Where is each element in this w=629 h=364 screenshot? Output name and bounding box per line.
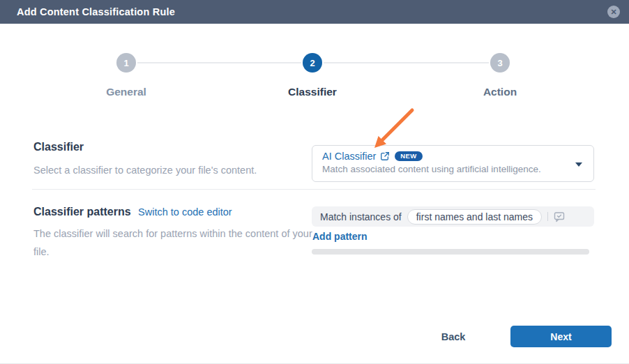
selected-classifier-name: AI Classifier: [322, 151, 376, 162]
modal-title: Add Content Classification Rule: [17, 6, 175, 17]
patterns-section-title: Classifier patterns: [33, 206, 131, 218]
classifier-section-info: Classifier Select a classifier to catego…: [33, 141, 307, 179]
section-divider: [32, 189, 596, 190]
step-circle-general[interactable]: 1: [116, 53, 136, 73]
comment-check-button[interactable]: [554, 211, 565, 222]
comment-check-icon: [554, 211, 565, 222]
step-number: 2: [310, 58, 314, 68]
pattern-value-pill[interactable]: first names and last names: [407, 209, 542, 225]
classifier-dropdown[interactable]: AI Classifier NEW Match associated conte…: [312, 145, 594, 182]
step-circle-action[interactable]: 3: [490, 53, 510, 73]
pattern-divider: [547, 212, 548, 221]
caret-down-icon: [575, 162, 582, 167]
back-button[interactable]: Back: [431, 330, 476, 344]
pattern-row: Match instances of first names and last …: [312, 206, 594, 227]
selected-classifier-description: Match associated content using artificia…: [322, 164, 566, 174]
next-button[interactable]: Next: [510, 326, 612, 347]
step-label-classifier: Classifier: [257, 86, 368, 98]
classifier-section-description: Select a classifier to categorize your f…: [33, 161, 307, 179]
horizontal-scrollbar[interactable]: [312, 249, 589, 255]
classifier-section-title: Classifier: [33, 141, 307, 153]
close-button[interactable]: ✕: [607, 6, 620, 18]
switch-to-code-editor-link[interactable]: Switch to code editor: [138, 206, 232, 218]
external-link-icon: [380, 151, 390, 161]
step-circle-classifier[interactable]: 2: [303, 53, 322, 73]
new-badge: NEW: [395, 151, 422, 162]
modal-header: Add Content Classification Rule: [0, 0, 629, 24]
step-number: 3: [497, 58, 502, 68]
close-icon: ✕: [610, 8, 616, 16]
step-number: 1: [123, 58, 128, 68]
stepper-connector-1: [137, 62, 301, 63]
patterns-section-description: The classifier will search for patterns …: [33, 225, 312, 261]
step-label-action[interactable]: Action: [444, 86, 556, 98]
add-pattern-link[interactable]: Add pattern: [312, 231, 367, 242]
pattern-prefix-label: Match instances of: [320, 211, 402, 222]
ai-classifier-link[interactable]: AI Classifier: [322, 151, 390, 162]
patterns-section-info: Classifier patterns Switch to code edito…: [33, 206, 312, 261]
step-label-general[interactable]: General: [70, 86, 182, 98]
stepper-connector-2: [324, 62, 489, 63]
add-content-classification-rule-modal: Add Content Classification Rule ✕ 1 2 3 …: [0, 0, 629, 364]
